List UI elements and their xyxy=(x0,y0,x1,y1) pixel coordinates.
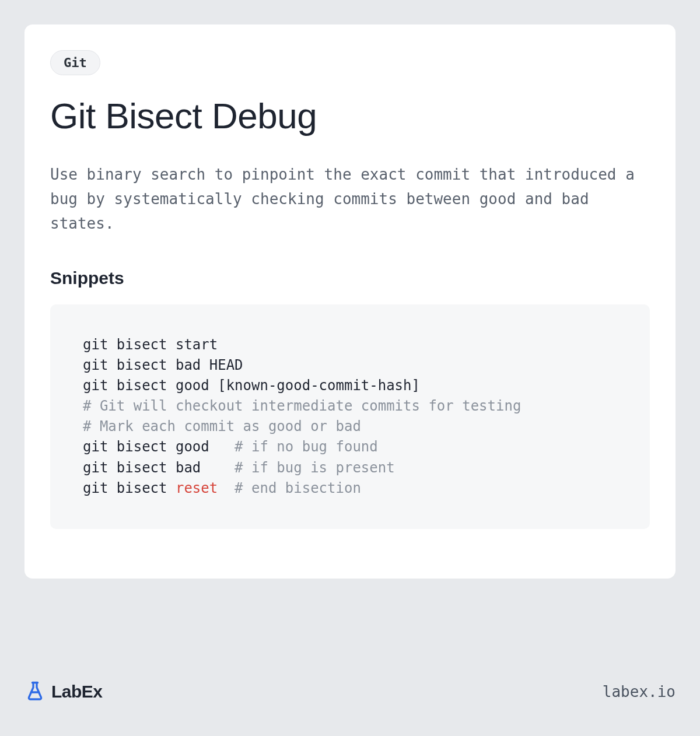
comment-token: # Git will checkout intermediate commits… xyxy=(83,398,521,414)
category-tag: Git xyxy=(50,50,100,75)
page-title: Git Bisect Debug xyxy=(50,95,650,136)
comment-token: # end bisection xyxy=(235,480,361,496)
snippets-heading: Snippets xyxy=(50,268,650,288)
content-card: Git Git Bisect Debug Use binary search t… xyxy=(24,24,676,579)
code-token: git bisect good xyxy=(83,439,235,455)
site-url: labex.io xyxy=(603,683,676,700)
comment-token: # if bug is present xyxy=(235,460,395,476)
code-token: git bisect start xyxy=(83,337,218,353)
description: Use binary search to pinpoint the exact … xyxy=(50,162,650,236)
comment-token: # if no bug found xyxy=(235,439,378,455)
code-token: git bisect bad HEAD xyxy=(83,357,243,373)
code-block: git bisect start git bisect bad HEAD git… xyxy=(50,304,650,528)
comment-token: # Mark each commit as good or bad xyxy=(83,418,361,434)
brand-logo: LabEx xyxy=(24,680,103,703)
keyword-token: reset xyxy=(176,480,218,496)
code-token: git bisect xyxy=(83,480,176,496)
code-token xyxy=(218,480,235,496)
brand-name: LabEx xyxy=(51,682,103,702)
code-token: git bisect bad xyxy=(83,460,235,476)
flask-icon xyxy=(24,680,46,703)
code-token: git bisect good [known-good-commit-hash] xyxy=(83,377,420,394)
footer: LabEx labex.io xyxy=(24,680,676,703)
